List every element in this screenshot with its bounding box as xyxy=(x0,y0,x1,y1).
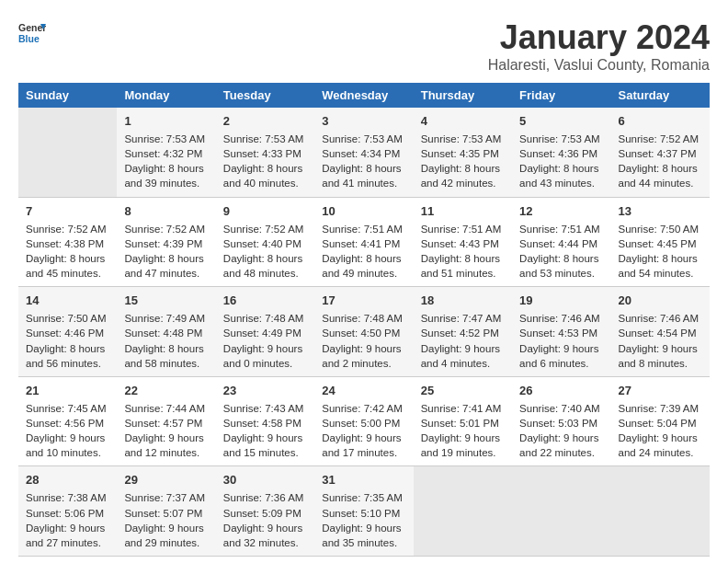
day-number: 6 xyxy=(619,113,702,130)
calendar-cell: 20Sunrise: 7:46 AMSunset: 4:54 PMDayligh… xyxy=(611,287,710,377)
sunrise-text: Sunrise: 7:39 AM xyxy=(619,401,702,416)
sunset-text: Sunset: 4:43 PM xyxy=(421,236,505,251)
day-number: 7 xyxy=(26,203,109,220)
sunset-text: Sunset: 4:46 PM xyxy=(26,326,109,340)
day-header-thursday: Thursday xyxy=(414,83,512,108)
svg-text:Blue: Blue xyxy=(18,33,40,44)
calendar-cell: 23Sunrise: 7:43 AMSunset: 4:58 PMDayligh… xyxy=(216,376,314,466)
day-number: 14 xyxy=(26,293,109,309)
day-number: 17 xyxy=(322,293,405,309)
sunrise-text: Sunrise: 7:46 AM xyxy=(519,311,603,326)
day-number: 26 xyxy=(519,383,603,399)
day-number: 5 xyxy=(519,113,603,130)
calendar-cell: 5Sunrise: 7:53 AMSunset: 4:36 PMDaylight… xyxy=(512,108,610,197)
day-number: 2 xyxy=(223,113,307,130)
calendar-cell: 10Sunrise: 7:51 AMSunset: 4:41 PMDayligh… xyxy=(314,197,413,287)
sunrise-text: Sunrise: 7:50 AM xyxy=(26,311,109,326)
sunset-text: Sunset: 4:50 PM xyxy=(322,326,405,340)
header: General Blue January 2024 Halaresti, Vas… xyxy=(18,18,710,74)
calendar-cell: 1Sunrise: 7:53 AMSunset: 4:32 PMDaylight… xyxy=(117,108,215,197)
calendar-cell: 8Sunrise: 7:52 AMSunset: 4:39 PMDaylight… xyxy=(117,197,215,287)
daylight-text: Daylight: 8 hours and 53 minutes. xyxy=(519,251,603,281)
day-header-sunday: Sunday xyxy=(18,83,117,108)
sunset-text: Sunset: 5:09 PM xyxy=(223,506,307,521)
sunset-text: Sunset: 4:36 PM xyxy=(519,146,603,161)
daylight-text: Daylight: 9 hours and 17 minutes. xyxy=(322,431,405,460)
daylight-text: Daylight: 8 hours and 39 minutes. xyxy=(124,161,208,190)
title-area: January 2024 Halaresti, Vaslui County, R… xyxy=(488,18,710,74)
daylight-text: Daylight: 8 hours and 51 minutes. xyxy=(421,251,505,281)
sunrise-text: Sunrise: 7:36 AM xyxy=(223,490,307,505)
calendar-cell: 3Sunrise: 7:53 AMSunset: 4:34 PMDaylight… xyxy=(314,108,413,197)
sunset-text: Sunset: 4:40 PM xyxy=(223,236,307,251)
week-row-3: 14Sunrise: 7:50 AMSunset: 4:46 PMDayligh… xyxy=(18,287,710,377)
day-number: 28 xyxy=(26,472,109,488)
sunrise-text: Sunrise: 7:37 AM xyxy=(124,490,208,505)
day-number: 16 xyxy=(223,293,307,309)
sunset-text: Sunset: 4:44 PM xyxy=(519,236,603,251)
generalblue-logo-icon: General Blue xyxy=(18,18,46,46)
day-number: 19 xyxy=(519,293,603,309)
week-row-5: 28Sunrise: 7:38 AMSunset: 5:06 PMDayligh… xyxy=(18,466,710,557)
sunset-text: Sunset: 4:33 PM xyxy=(223,146,307,161)
calendar-cell: 19Sunrise: 7:46 AMSunset: 4:53 PMDayligh… xyxy=(512,287,610,377)
daylight-text: Daylight: 9 hours and 32 minutes. xyxy=(223,521,307,550)
calendar-cell xyxy=(414,466,512,557)
day-header-tuesday: Tuesday xyxy=(216,83,314,108)
sunrise-text: Sunrise: 7:52 AM xyxy=(26,222,109,236)
week-row-1: 1Sunrise: 7:53 AMSunset: 4:32 PMDaylight… xyxy=(18,108,710,197)
sunrise-text: Sunrise: 7:53 AM xyxy=(519,132,603,146)
daylight-text: Daylight: 8 hours and 44 minutes. xyxy=(619,161,702,190)
sunset-text: Sunset: 4:48 PM xyxy=(124,326,208,340)
daylight-text: Daylight: 9 hours and 19 minutes. xyxy=(421,431,505,460)
sunrise-text: Sunrise: 7:40 AM xyxy=(519,401,603,416)
sunset-text: Sunset: 4:52 PM xyxy=(421,326,505,340)
sunrise-text: Sunrise: 7:46 AM xyxy=(619,311,702,326)
sunrise-text: Sunrise: 7:52 AM xyxy=(223,222,307,236)
calendar-cell: 22Sunrise: 7:44 AMSunset: 4:57 PMDayligh… xyxy=(117,376,215,466)
daylight-text: Daylight: 9 hours and 8 minutes. xyxy=(619,341,702,371)
week-row-2: 7Sunrise: 7:52 AMSunset: 4:38 PMDaylight… xyxy=(18,197,710,287)
sunset-text: Sunset: 4:54 PM xyxy=(619,326,702,340)
calendar-cell: 25Sunrise: 7:41 AMSunset: 5:01 PMDayligh… xyxy=(414,376,512,466)
day-number: 20 xyxy=(619,293,702,309)
sunrise-text: Sunrise: 7:35 AM xyxy=(322,490,405,505)
calendar-cell: 6Sunrise: 7:52 AMSunset: 4:37 PMDaylight… xyxy=(611,108,710,197)
day-number: 31 xyxy=(322,472,405,488)
daylight-text: Daylight: 9 hours and 24 minutes. xyxy=(619,431,702,460)
sunset-text: Sunset: 4:37 PM xyxy=(619,146,702,161)
calendar-cell: 2Sunrise: 7:53 AMSunset: 4:33 PMDaylight… xyxy=(216,108,314,197)
calendar-cell: 26Sunrise: 7:40 AMSunset: 5:03 PMDayligh… xyxy=(512,376,610,466)
calendar-cell: 18Sunrise: 7:47 AMSunset: 4:52 PMDayligh… xyxy=(414,287,512,377)
sunset-text: Sunset: 4:34 PM xyxy=(322,146,405,161)
page-subtitle: Halaresti, Vaslui County, Romania xyxy=(488,57,710,74)
sunset-text: Sunset: 5:06 PM xyxy=(26,506,109,521)
daylight-text: Daylight: 9 hours and 10 minutes. xyxy=(26,431,109,460)
daylight-text: Daylight: 8 hours and 58 minutes. xyxy=(124,341,208,371)
day-number: 3 xyxy=(322,113,405,130)
calendar-cell: 11Sunrise: 7:51 AMSunset: 4:43 PMDayligh… xyxy=(414,197,512,287)
sunset-text: Sunset: 4:58 PM xyxy=(223,416,307,431)
sunrise-text: Sunrise: 7:43 AM xyxy=(223,401,307,416)
daylight-text: Daylight: 8 hours and 56 minutes. xyxy=(26,341,109,371)
calendar-cell: 31Sunrise: 7:35 AMSunset: 5:10 PMDayligh… xyxy=(314,466,413,557)
day-number: 25 xyxy=(421,383,505,399)
calendar-table: SundayMondayTuesdayWednesdayThursdayFrid… xyxy=(18,83,710,557)
day-number: 9 xyxy=(223,203,307,220)
sunrise-text: Sunrise: 7:41 AM xyxy=(421,401,505,416)
day-header-wednesday: Wednesday xyxy=(314,83,413,108)
sunrise-text: Sunrise: 7:50 AM xyxy=(619,222,702,236)
day-number: 22 xyxy=(124,383,208,399)
sunrise-text: Sunrise: 7:53 AM xyxy=(223,132,307,146)
calendar-cell: 7Sunrise: 7:52 AMSunset: 4:38 PMDaylight… xyxy=(18,197,117,287)
calendar-cell: 21Sunrise: 7:45 AMSunset: 4:56 PMDayligh… xyxy=(18,376,117,466)
day-number: 15 xyxy=(124,293,208,309)
calendar-cell: 27Sunrise: 7:39 AMSunset: 5:04 PMDayligh… xyxy=(611,376,710,466)
calendar-cell: 14Sunrise: 7:50 AMSunset: 4:46 PMDayligh… xyxy=(18,287,117,377)
sunset-text: Sunset: 5:00 PM xyxy=(322,416,405,431)
day-number: 27 xyxy=(619,383,702,399)
sunrise-text: Sunrise: 7:51 AM xyxy=(519,222,603,236)
daylight-text: Daylight: 9 hours and 2 minutes. xyxy=(322,341,405,371)
sunset-text: Sunset: 4:32 PM xyxy=(124,146,208,161)
sunset-text: Sunset: 4:49 PM xyxy=(223,326,307,340)
